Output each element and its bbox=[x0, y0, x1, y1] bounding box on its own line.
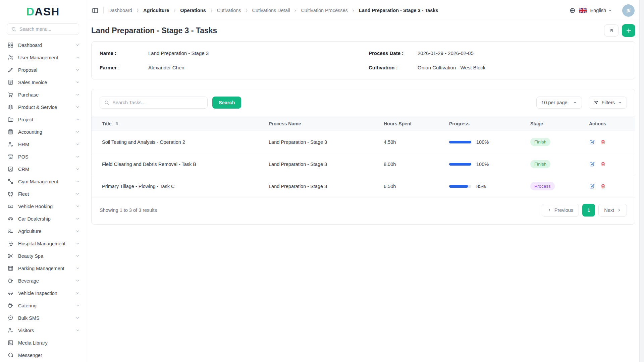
sidebar-item[interactable]: Accounting bbox=[0, 126, 86, 138]
breadcrumb-link[interactable]: Operations bbox=[180, 8, 206, 13]
edit-button[interactable] bbox=[589, 139, 595, 145]
sidebar-item[interactable]: Car Dealership bbox=[0, 213, 86, 225]
scissors-icon bbox=[7, 253, 14, 259]
cart-icon bbox=[7, 92, 14, 98]
sidebar-item[interactable]: User Management bbox=[0, 51, 86, 64]
sidebar-item[interactable]: Bulk SMS bbox=[0, 312, 86, 324]
sidebar-panel-icon bbox=[92, 7, 99, 14]
edit-pencil-icon bbox=[589, 161, 595, 167]
edit-button[interactable] bbox=[589, 161, 595, 167]
speech-icon bbox=[7, 315, 14, 321]
per-page-select[interactable]: 10 per page bbox=[536, 97, 582, 109]
stage-cell: Process bbox=[520, 175, 579, 197]
sidebar-item[interactable]: Agriculture bbox=[0, 225, 86, 237]
chevron-down-icon bbox=[75, 179, 80, 184]
delete-button[interactable] bbox=[600, 139, 606, 145]
table-row: Field Clearing and Debris Removal - Task… bbox=[92, 153, 635, 175]
filters-button[interactable]: Filters bbox=[589, 97, 627, 109]
chevron-down-icon bbox=[75, 43, 80, 47]
column-header: Title bbox=[92, 116, 258, 131]
car-icon bbox=[7, 216, 14, 222]
chevron-down-icon bbox=[75, 204, 80, 208]
pencil-icon bbox=[7, 67, 14, 73]
sidebar-item[interactable]: CRM bbox=[0, 163, 86, 175]
sidebar-item[interactable]: Product & Service bbox=[0, 101, 86, 113]
car-icon bbox=[7, 290, 14, 296]
sidebar-item[interactable]: HRM bbox=[0, 138, 86, 150]
sidebar-item[interactable]: Vehicle Inspection bbox=[0, 287, 86, 299]
chevron-down-icon bbox=[75, 117, 80, 122]
delete-button[interactable] bbox=[600, 161, 606, 167]
delete-button[interactable] bbox=[600, 183, 606, 189]
globe-icon[interactable] bbox=[569, 7, 576, 14]
chevron-down-icon bbox=[75, 217, 80, 221]
sidebar-item[interactable]: Beverage bbox=[0, 275, 86, 287]
person-check-icon bbox=[7, 327, 14, 334]
hours-spent-cell: 6.50h bbox=[373, 175, 439, 197]
trash-icon bbox=[600, 161, 606, 167]
task-search-input[interactable] bbox=[112, 100, 203, 105]
chevron-down-icon bbox=[75, 279, 80, 283]
breadcrumb-link[interactable]: Cultivation Processes bbox=[301, 8, 347, 13]
sidebar-item[interactable]: POS bbox=[0, 150, 86, 163]
breadcrumb-link[interactable]: Agriculture bbox=[143, 8, 169, 13]
search-button[interactable]: Search bbox=[212, 97, 241, 109]
sidebar-item[interactable]: Vehicle Booking bbox=[0, 200, 86, 213]
name-value: Land Preparation - Stage 3 bbox=[148, 50, 369, 56]
previous-page-button[interactable]: Previous bbox=[542, 204, 579, 217]
column-header-label: Stage bbox=[530, 121, 543, 126]
sidebar-item[interactable]: Gym Management bbox=[0, 175, 86, 188]
scrollbar[interactable] bbox=[639, 0, 644, 362]
page-1-button[interactable]: 1 bbox=[582, 204, 595, 217]
sidebar-item-label: Beverage bbox=[18, 278, 71, 284]
sidebar-item[interactable]: Dashboard bbox=[0, 39, 86, 51]
hours-spent-cell: 4.50h bbox=[373, 131, 439, 153]
sidebar-item[interactable]: Parking Management bbox=[0, 262, 86, 275]
breadcrumb-link[interactable]: Cutivations bbox=[217, 8, 241, 13]
menu-search-input[interactable] bbox=[19, 26, 75, 32]
cup-icon bbox=[7, 302, 14, 309]
breadcrumb-link[interactable]: Cutivations Detail bbox=[252, 8, 290, 13]
breadcrumb-link[interactable]: Land Preparation - Stage 3 - Tasks bbox=[359, 8, 438, 13]
id-card-icon bbox=[7, 166, 14, 172]
sidebar-item[interactable]: Project bbox=[0, 113, 86, 126]
next-page-button[interactable]: Next bbox=[598, 204, 627, 217]
sidebar-item[interactable]: Media Library bbox=[0, 337, 86, 349]
sort-icon[interactable] bbox=[114, 121, 119, 126]
sidebar-item[interactable]: Fleet bbox=[0, 188, 86, 200]
sidebar-item[interactable]: Visitors bbox=[0, 324, 86, 337]
chevron-right-icon bbox=[293, 9, 297, 12]
chevron-right-icon bbox=[617, 208, 621, 212]
trash-icon bbox=[600, 183, 606, 189]
chevron-right-icon bbox=[352, 9, 355, 12]
sidebar-item[interactable]: Beauty Spa bbox=[0, 250, 86, 262]
chevron-down-icon bbox=[75, 93, 80, 97]
chevron-down-icon bbox=[75, 55, 80, 60]
sidebar-item[interactable]: Catering bbox=[0, 299, 86, 312]
sidebar-item[interactable]: Hospital Management bbox=[0, 237, 86, 250]
language-label: English bbox=[590, 8, 606, 13]
sidebar-item[interactable]: Proposal bbox=[0, 64, 86, 76]
edit-button[interactable] bbox=[589, 183, 595, 189]
add-task-button[interactable] bbox=[622, 24, 635, 37]
chat-icon bbox=[7, 352, 14, 358]
filters-label: Filters bbox=[602, 100, 615, 105]
sidebar-item-label: Parking Management bbox=[18, 266, 71, 271]
sidebar-item[interactable]: Sales Invoice bbox=[0, 76, 86, 88]
chevron-down-icon bbox=[75, 254, 80, 258]
kanban-icon bbox=[608, 27, 614, 34]
user-avatar[interactable] bbox=[622, 4, 635, 17]
logo-rest: ASH bbox=[35, 5, 60, 18]
sidebar-toggle-button[interactable] bbox=[92, 7, 99, 14]
language-selector[interactable]: English bbox=[590, 8, 612, 13]
sidebar-item-label: Vehicle Booking bbox=[18, 204, 71, 209]
sidebar-item[interactable]: Purchase bbox=[0, 88, 86, 101]
breadcrumb-link[interactable]: Dashboard bbox=[108, 8, 132, 13]
kanban-view-button[interactable] bbox=[604, 24, 619, 37]
sidebar-item-label: Sales Invoice bbox=[18, 80, 71, 85]
progress-cell: 85% bbox=[439, 175, 520, 197]
sidebar-item-label: CRM bbox=[18, 167, 71, 172]
sidebar-item[interactable]: Messenger bbox=[0, 349, 86, 361]
chevron-down-icon bbox=[608, 8, 612, 12]
sidebar-item-label: Product & Service bbox=[18, 105, 71, 110]
